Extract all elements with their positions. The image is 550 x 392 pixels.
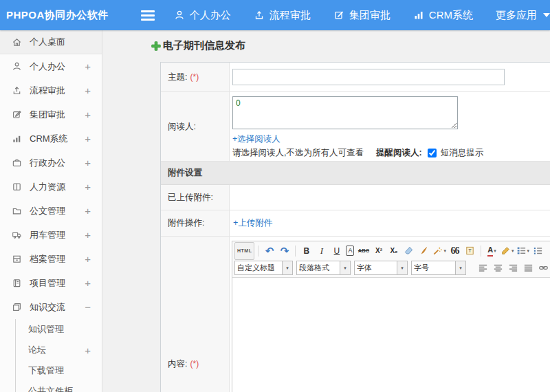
expand-sign: + (85, 229, 91, 241)
sidebar-item-label: 人力资源 (30, 181, 65, 193)
uploaded-attachments-label: 已上传附件: (161, 185, 230, 210)
expand-sign: + (85, 277, 91, 289)
topnav-personal-office[interactable]: 个人办公 (174, 9, 231, 22)
archive-icon (12, 254, 23, 265)
sidebar-subitem-knowledge-management[interactable]: 知识管理 (16, 319, 102, 340)
sidebar-subitem-label: 知识管理 (28, 323, 64, 336)
blockquote-button[interactable]: 66 (448, 244, 462, 258)
topnav-label: 更多应用 (496, 9, 537, 22)
sidebar-item-personal-office[interactable]: 个人办公 + (0, 54, 102, 78)
font-size-select[interactable]: 字号▾ (411, 261, 466, 275)
undo-button[interactable]: ↶ (262, 244, 276, 258)
expand-sign: + (85, 181, 91, 193)
strikethrough-button[interactable]: ABC (356, 244, 371, 258)
topnav-workflow-approval[interactable]: 流程审批 (254, 9, 311, 22)
editor-toolbar-row1: HTML ↶ ↷ B I U A ABC X² (234, 242, 550, 259)
sidebar-item-personal-desktop[interactable]: 个人桌面 (0, 30, 102, 54)
page-title-text: 电子期刊信息发布 (163, 39, 245, 52)
chevron-down-icon: ▾ (340, 261, 350, 274)
font-border-button[interactable]: A (346, 246, 354, 256)
eraser-icon[interactable] (402, 244, 416, 258)
insert-link-icon[interactable] (536, 261, 550, 275)
align-right-icon[interactable] (506, 261, 520, 275)
redo-button[interactable]: ↷ (277, 244, 292, 258)
content-label: 内容: (*) (161, 237, 230, 392)
sidebar-item-knowledge-exchange[interactable]: 知识交流 − (0, 295, 102, 319)
sidebar-item-project-management[interactable]: 项目管理 + (0, 271, 102, 295)
topnav-more-apps[interactable]: 更多应用 (496, 9, 550, 22)
sidebar-item-group-approval[interactable]: 集团审批 + (0, 102, 102, 127)
readers-textarea[interactable]: 0 (232, 96, 458, 129)
html-source-button[interactable]: HTML (234, 242, 254, 260)
bar-chart-icon (12, 133, 23, 144)
expand-sign: + (85, 253, 91, 265)
briefcase-icon (12, 157, 23, 168)
flow-upload-icon (12, 85, 23, 96)
topnav-label: 流程审批 (270, 9, 311, 22)
font-color-button[interactable]: A▾ (485, 244, 499, 258)
chevron-down-icon: ▾ (455, 261, 465, 274)
hamburger-menu-icon[interactable] (141, 10, 155, 21)
custom-title-select[interactable]: 自定义标题▾ (234, 261, 293, 275)
highlight-color-icon[interactable]: ▾ (500, 244, 515, 258)
sidebar-item-admin-office[interactable]: 行政办公 + (0, 151, 102, 175)
sidebar-item-label: 个人办公 (30, 61, 65, 73)
page-title: 电子期刊信息发布 (151, 39, 245, 52)
sms-notify-label: 短消息提示 (441, 147, 484, 159)
main-content: 电子期刊信息发布 主题: (*) 阅读人: 0 (102, 30, 550, 392)
bar-chart-icon (413, 10, 424, 21)
truck-icon (12, 230, 23, 241)
sms-notify-checkbox[interactable] (428, 149, 437, 157)
subject-input[interactable] (232, 69, 505, 85)
sidebar-item-label: 行政办公 (30, 157, 65, 169)
subscript-button[interactable]: X₂ (386, 244, 401, 258)
align-center-icon[interactable] (491, 261, 505, 275)
topnav-label: 个人办公 (190, 9, 231, 22)
expand-sign: + (85, 157, 91, 168)
expand-sign: + (85, 205, 91, 217)
expand-sign: + (85, 345, 91, 356)
italic-button[interactable]: I (314, 244, 329, 258)
font-family-select[interactable]: 字体▾ (354, 261, 408, 275)
required-mark: (*) (190, 72, 199, 82)
align-justify-icon[interactable] (521, 261, 536, 275)
sidebar-subitem-forum[interactable]: 论坛 + (16, 340, 102, 360)
book-icon (12, 182, 23, 193)
sidebar-item-crm-system[interactable]: CRM系统 + (0, 127, 102, 151)
sidebar-item-label: 流程审批 (30, 85, 65, 97)
sidebar-item-archive-management[interactable]: 档案管理 + (0, 247, 102, 271)
readers-label: 阅读人: (161, 92, 230, 161)
readers-hint-text: 请选择阅读人,不选为所有人可查看 (232, 147, 364, 159)
sidebar-subitem-label: 公共文件柜 (28, 385, 73, 392)
ordered-list-icon[interactable]: ▾ (516, 244, 531, 258)
notebook-icon (12, 278, 23, 289)
select-readers-link[interactable]: +选择阅读人 (232, 133, 280, 145)
editor-toolbar-row2: 自定义标题▾ 段落格式▾ 字体▾ 字号▾ (234, 259, 550, 276)
bold-button[interactable]: B (299, 244, 314, 258)
attachment-action-label: 附件操作: (161, 210, 230, 236)
sidebar-item-workflow-approval[interactable]: 流程审批 + (0, 78, 102, 102)
sidebar-item-label: 知识交流 (30, 301, 65, 314)
underline-button[interactable]: U (329, 244, 344, 258)
topnav-group-approval[interactable]: 集团审批 (333, 9, 390, 22)
sidebar-item-document-management[interactable]: 公文管理 + (0, 199, 102, 223)
upload-attachment-link[interactable]: +上传附件 (233, 217, 272, 229)
remind-readers-label: 提醒阅读人: (376, 147, 422, 159)
sidebar-item-human-resources[interactable]: 人力资源 + (0, 175, 102, 199)
editor-content-area[interactable] (232, 278, 550, 392)
rich-text-editor: HTML ↶ ↷ B I U A ABC X² (232, 241, 550, 392)
paragraph-format-select[interactable]: 段落格式▾ (296, 261, 351, 275)
superscript-button[interactable]: X² (371, 244, 386, 258)
required-mark: (*) (190, 359, 199, 369)
svg-text:T: T (468, 248, 472, 254)
format-brush-icon[interactable] (417, 244, 431, 258)
sidebar: 个人桌面 个人办公 + 流程审批 + 集团审批 + CRM系统 + 行政办公 + (0, 30, 102, 392)
paste-text-icon[interactable]: T (463, 244, 477, 258)
sidebar-subitem-download-management[interactable]: 下载管理 (16, 360, 102, 381)
align-left-icon[interactable] (476, 261, 490, 275)
sidebar-subitem-public-file-cabinet[interactable]: 公共文件柜 (16, 381, 102, 392)
sidebar-item-vehicle-management[interactable]: 用车管理 + (0, 223, 102, 247)
auto-typeset-icon[interactable]: ▾ (432, 244, 447, 258)
unordered-list-icon[interactable] (531, 244, 545, 258)
topnav-crm-system[interactable]: CRM系统 (413, 9, 473, 22)
